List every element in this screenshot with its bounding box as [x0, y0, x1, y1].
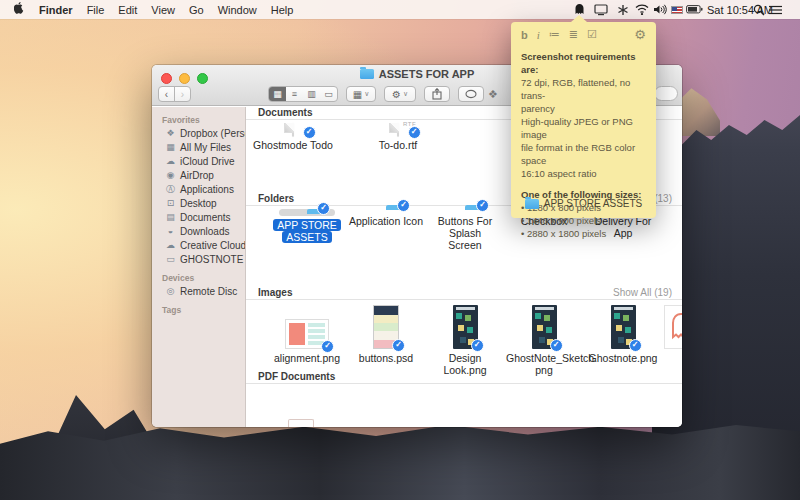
folder-label-line1: APP STORE [273, 219, 341, 231]
sidebar-item-airdrop[interactable]: ◉AirDrop [152, 168, 245, 182]
section-pdf-documents: PDF Documents [246, 371, 682, 427]
desktop: Finder File Edit View Go Window Help [0, 0, 800, 500]
documents-icon: ▤ [165, 212, 176, 222]
menu-help[interactable]: Help [271, 4, 294, 16]
menu-edit[interactable]: Edit [118, 4, 137, 16]
folder-item-buttons-for-splash[interactable]: ✓ Buttons For SplashScreen [427, 209, 503, 251]
document-icon: ✓ [277, 124, 310, 136]
image-thumbnail: ✓ [373, 305, 399, 349]
share-button[interactable] [424, 86, 450, 102]
search-field[interactable] [654, 86, 678, 101]
list-view-button[interactable]: ≡ [286, 87, 303, 101]
menu-bar: Finder File Edit View Go Window Help [0, 0, 800, 19]
note-line: Screenshot requirements are: [521, 50, 646, 76]
note-line: High-quality JPEG or PNG image [521, 115, 646, 141]
forward-button[interactable]: › [174, 86, 191, 102]
airdrop-icon: ◉ [165, 170, 176, 180]
checkbox-list-icon[interactable]: ☑ [587, 28, 597, 41]
apple-menu-icon[interactable] [14, 2, 25, 17]
document-icon: RTF ✓ [382, 124, 415, 136]
sidebar-item-all-my-files[interactable]: ▦All My Files [152, 140, 245, 154]
image-label: buttons.psd [348, 352, 424, 364]
sync-badge: ✓ [629, 339, 642, 352]
sync-badge: ✓ [303, 126, 316, 139]
folder-item-application-icon[interactable]: ✓ Application Icon [348, 209, 424, 227]
sidebar-item-ghostnote[interactable]: ▭GHOSTNOTE [152, 252, 245, 266]
menu-window[interactable]: Window [218, 4, 257, 16]
image-item-partial[interactable] [664, 305, 682, 349]
image-label-line1: GhostNote_Sketch. [506, 352, 597, 364]
ghostnote-popover: b i ≔ ≣ ☑ ⚙ Screenshot requirements are:… [511, 22, 656, 218]
sidebar-item-downloads[interactable]: ◒Downloads [152, 224, 245, 238]
icon-view-button[interactable]: ▦ [269, 87, 286, 101]
dash-list-icon[interactable]: ≣ [569, 28, 578, 41]
menu-file[interactable]: File [87, 4, 105, 16]
folder-icon-selected: ✓ [279, 209, 335, 216]
sync-badge: ✓ [408, 126, 421, 139]
note-text-area[interactable]: Screenshot requirements are: 72 dpi, RGB… [511, 47, 656, 240]
sidebar-tags-header: Tags [152, 304, 245, 316]
pdf-file-partial-icon[interactable] [288, 419, 314, 427]
arrange-button[interactable]: ▦∨ [346, 86, 376, 102]
creative-cloud-icon: ☁ [165, 240, 176, 250]
image-label: alignment.png [269, 352, 345, 364]
column-view-button[interactable]: ▥ [303, 87, 320, 101]
volume-menubar-icon[interactable] [652, 0, 668, 19]
sidebar-item-documents[interactable]: ▤Documents [152, 210, 245, 224]
note-line: parency [521, 102, 646, 115]
folder-label-line1: Buttons For Splash [438, 215, 492, 239]
display-menubar-icon[interactable] [593, 0, 609, 19]
sidebar-item-icloud-drive[interactable]: ☁iCloud Drive [152, 154, 245, 168]
dropbox-icon: ❖ [165, 128, 176, 138]
sidebar-item-creative-cloud[interactable]: ☁Creative Cloud Files [152, 238, 245, 252]
spotlight-search-icon[interactable] [752, 0, 766, 19]
wifi-menubar-icon[interactable] [634, 0, 650, 19]
sidebar-item-remote-disc[interactable]: ◎Remote Disc [152, 284, 245, 298]
image-thumbnail: ✓ [611, 305, 636, 349]
italic-icon[interactable]: i [537, 29, 540, 41]
action-gear-button[interactable]: ⚙∨ [384, 86, 416, 102]
sidebar-item-dropbox[interactable]: ❖Dropbox (Personal) [152, 126, 245, 140]
window-title: ASSETS FOR APP [379, 68, 475, 80]
battery-menubar-icon[interactable] [685, 0, 703, 19]
bullet-list-icon[interactable]: ≔ [549, 28, 560, 41]
attachment-label: APP STORE ASSETS [544, 198, 643, 209]
gear-icon[interactable]: ⚙ [634, 27, 646, 42]
sidebar-item-desktop[interactable]: ⊡Desktop [152, 196, 245, 210]
coverflow-view-button[interactable]: ▭ [320, 87, 337, 101]
sidebar-favorites-header: Favorites [152, 114, 245, 126]
file-ghostmode-todo[interactable]: ✓ Ghostmode Todo [248, 124, 338, 151]
folder-icon: ▭ [165, 254, 176, 264]
bold-icon[interactable]: b [521, 29, 528, 41]
menu-view[interactable]: View [151, 4, 175, 16]
image-thumbnail: ✓ [532, 305, 557, 349]
show-all-images-link[interactable]: Show All (19) [613, 287, 672, 299]
folder-item-app-store-assets-selected[interactable]: ✓ APP STOREASSETS [269, 209, 345, 243]
dropbox-toolbar-icon[interactable]: ❖ [482, 86, 504, 102]
note-line: 72 dpi, RGB, flattened, no trans- [521, 76, 646, 102]
section-images: Images Show All (19) ✓ alignment.png [246, 287, 682, 371]
sidebar-item-applications[interactable]: ⒶApplications [152, 182, 245, 196]
image-item-ghostnote-png[interactable]: ✓ Ghostnote.png [585, 305, 661, 364]
notification-center-icon[interactable] [768, 0, 782, 19]
tags-button[interactable] [458, 86, 484, 102]
file-label: To-do.rtf [353, 139, 443, 151]
image-item-alignment[interactable]: ✓ alignment.png [269, 305, 345, 364]
image-item-buttons-psd[interactable]: ✓ buttons.psd [348, 305, 424, 364]
folder-label: Application Icon [348, 215, 424, 227]
menu-go[interactable]: Go [189, 4, 204, 16]
note-line: 16:10 aspect ratio [521, 167, 646, 180]
file-todo-rtf[interactable]: RTF ✓ To-do.rtf [353, 124, 443, 151]
folder-label-line2: ASSETS [282, 231, 331, 243]
icloud-drive-icon: ☁ [165, 156, 176, 166]
fan-menubar-icon[interactable] [615, 0, 631, 19]
menu-finder[interactable]: Finder [39, 4, 73, 16]
image-item-ghostnote-sketch[interactable]: ✓ GhostNote_Sketch.png [506, 305, 582, 376]
note-attachment[interactable]: APP STORE ASSETS [511, 198, 656, 209]
section-title: PDF Documents [258, 371, 335, 383]
desktop-icon: ⊡ [165, 198, 176, 208]
input-language-flag-icon[interactable] [670, 0, 683, 19]
back-button[interactable]: ‹ [158, 86, 175, 102]
sync-badge: ✓ [476, 199, 489, 212]
image-item-design-look[interactable]: ✓ Design Look.png [427, 305, 503, 376]
